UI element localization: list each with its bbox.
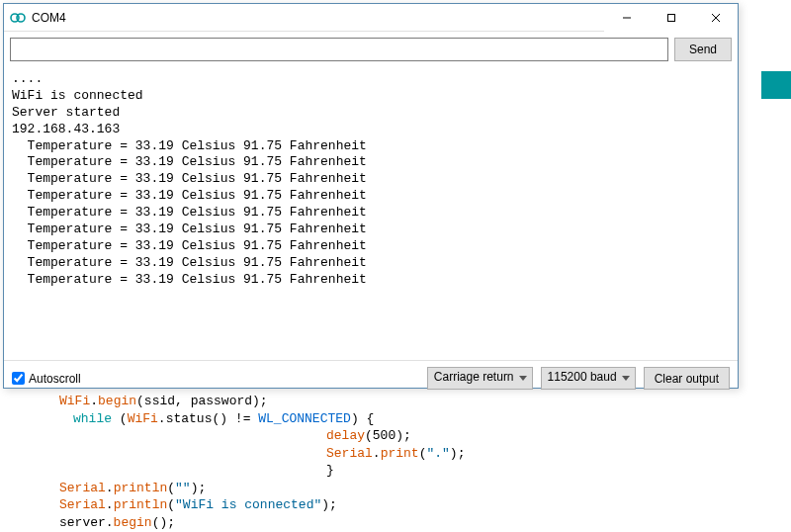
code-editor[interactable]: WiFi.begin(ssid, password); while (WiFi.… <box>0 391 791 532</box>
clear-output-button[interactable]: Clear output <box>644 367 730 390</box>
input-row: Send <box>4 32 738 67</box>
window-title: COM4 <box>32 11 604 25</box>
autoscroll-label: Autoscroll <box>29 372 81 386</box>
autoscroll-toggle[interactable]: Autoscroll <box>12 372 419 386</box>
baud-dropdown[interactable]: 115200 baud <box>541 367 636 390</box>
bottom-bar: Autoscroll Carriage return 115200 baud C… <box>4 360 738 396</box>
line-ending-dropdown[interactable]: Carriage return <box>427 367 533 390</box>
arduino-icon <box>10 10 26 26</box>
code-token: WiFi <box>59 394 90 408</box>
ide-background-strip <box>761 71 791 99</box>
svg-rect-3 <box>667 15 674 22</box>
serial-input[interactable] <box>10 38 668 61</box>
serial-output[interactable]: .... WiFi is connected Server started 19… <box>4 67 738 360</box>
titlebar[interactable]: COM4 <box>4 4 738 32</box>
maximize-button[interactable] <box>649 4 693 32</box>
serial-monitor-window: COM4 Send .... WiFi is connected Server … <box>3 3 739 389</box>
minimize-button[interactable] <box>604 4 649 32</box>
send-button[interactable]: Send <box>674 38 732 61</box>
autoscroll-checkbox[interactable] <box>12 372 25 385</box>
close-button[interactable] <box>693 4 738 32</box>
